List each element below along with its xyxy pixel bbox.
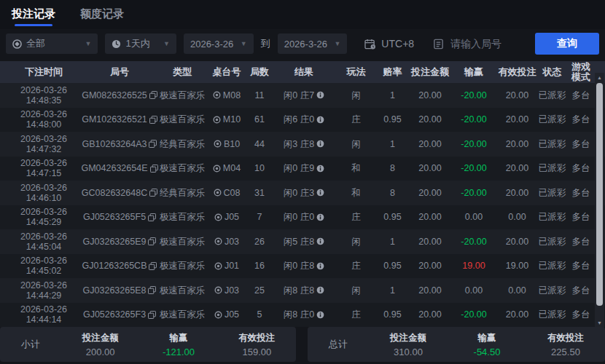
subtotal-valid-label: 有效投注 bbox=[218, 332, 296, 344]
cell-table-no: J05 bbox=[206, 309, 248, 320]
cell-odds: 0.95 bbox=[375, 114, 410, 124]
info-icon[interactable] bbox=[316, 262, 324, 270]
table-header-row: 下注时间 局号 类型 桌台号 局数 结果 玩法 赔率 投注金额 输赢 有效投注 … bbox=[0, 61, 605, 83]
cell-play: 闲 bbox=[337, 285, 375, 296]
subtotal-winloss-label: 输赢 bbox=[139, 332, 217, 344]
period-value: 1天内 bbox=[125, 37, 149, 50]
cell-status: 已派彩 bbox=[537, 212, 567, 222]
copy-icon[interactable] bbox=[148, 213, 156, 221]
cell-winloss: -20.00 bbox=[450, 139, 497, 149]
total-amount-value: 310.00 bbox=[369, 347, 448, 357]
record-icon[interactable] bbox=[214, 237, 222, 245]
scrollbar-thumb[interactable] bbox=[596, 83, 603, 306]
cell-bet-time: 2026-03-2614:46:10 bbox=[7, 183, 80, 203]
cell-amount: 20.00 bbox=[410, 188, 450, 198]
cell-valid-bet: 20.00 bbox=[497, 163, 537, 173]
table-row: 2026-03-2614:44:29GJ03263265E8极速百家乐J0325… bbox=[0, 278, 605, 303]
total-valid-value: 225.50 bbox=[526, 347, 605, 357]
table-row: 2026-03-2614:45:02GJ01263265CB极速百家乐J0116… bbox=[0, 254, 605, 279]
cell-status: 已派彩 bbox=[537, 309, 567, 320]
cell-valid-bet: 20.00 bbox=[497, 237, 537, 247]
date-from-select[interactable]: 2026-3-26 ▼ bbox=[184, 33, 254, 54]
cell-table-no: C08 bbox=[206, 188, 248, 198]
copy-icon[interactable] bbox=[148, 237, 156, 245]
cell-type: 极速百家乐 bbox=[159, 90, 206, 100]
cell-winloss: 0.00 bbox=[450, 212, 497, 222]
record-icon[interactable] bbox=[214, 140, 222, 148]
copy-icon[interactable] bbox=[148, 286, 156, 294]
cell-valid-bet: 20.00 bbox=[497, 139, 537, 149]
record-icon[interactable] bbox=[214, 189, 222, 197]
cell-status: 已派彩 bbox=[537, 163, 567, 173]
copy-icon[interactable] bbox=[148, 311, 156, 319]
cell-winloss: 19.00 bbox=[450, 261, 497, 271]
target-icon bbox=[12, 39, 22, 49]
copy-icon[interactable] bbox=[149, 91, 157, 99]
cell-status: 已派彩 bbox=[537, 90, 567, 100]
cell-amount: 20.00 bbox=[410, 114, 450, 124]
column-header-table-no: 桌台号 bbox=[206, 67, 248, 77]
cell-odds: 1 bbox=[375, 237, 410, 247]
cell-result: 闲6 庄0 bbox=[271, 114, 337, 124]
copy-icon[interactable] bbox=[149, 189, 157, 197]
record-icon[interactable] bbox=[213, 116, 221, 124]
info-icon[interactable] bbox=[316, 311, 324, 319]
record-icon[interactable] bbox=[214, 213, 222, 221]
cell-round-id: GJ05263265F5 bbox=[80, 212, 159, 222]
info-icon[interactable] bbox=[316, 213, 324, 221]
cell-games: 5 bbox=[248, 309, 271, 320]
cell-valid-bet: 20.00 bbox=[497, 309, 537, 320]
copy-icon[interactable] bbox=[149, 262, 157, 270]
category-select[interactable]: 全部 ▼ bbox=[6, 33, 98, 54]
date-range-to-label: 到 bbox=[261, 37, 270, 50]
cell-games: 25 bbox=[248, 285, 271, 296]
cell-winloss: -20.00 bbox=[450, 237, 497, 247]
date-to-select[interactable]: 2026-3-26 ▼ bbox=[278, 33, 348, 54]
copy-icon[interactable] bbox=[150, 165, 158, 173]
record-icon[interactable] bbox=[213, 91, 221, 99]
cell-amount: 20.00 bbox=[410, 139, 450, 149]
cell-play: 庄 bbox=[337, 261, 375, 271]
cell-game-mode: 多台 bbox=[567, 261, 595, 271]
record-icon[interactable] bbox=[213, 165, 221, 173]
info-icon[interactable] bbox=[316, 165, 324, 173]
table-scrollbar[interactable]: ▲ ▼ bbox=[595, 73, 604, 328]
tab-quota-records[interactable]: 额度记录 bbox=[79, 4, 125, 27]
record-icon[interactable] bbox=[214, 262, 222, 270]
period-select[interactable]: 1天内 ▼ bbox=[105, 33, 176, 54]
subtotal-winloss-value: -121.00 bbox=[139, 347, 217, 357]
cell-type: 极速百家乐 bbox=[159, 163, 206, 173]
search-button[interactable]: 查询 bbox=[535, 33, 599, 55]
timezone-display: UTC+8 bbox=[364, 38, 414, 50]
copy-icon[interactable] bbox=[149, 140, 157, 148]
info-icon[interactable] bbox=[316, 189, 324, 197]
cell-valid-bet: 20.00 bbox=[497, 114, 537, 124]
info-icon[interactable] bbox=[316, 116, 324, 124]
cell-game-mode: 多台 bbox=[567, 139, 595, 149]
round-number-input[interactable] bbox=[449, 37, 528, 50]
cell-table-no: M08 bbox=[206, 90, 248, 100]
column-header-bet-time: 下注时间 bbox=[7, 67, 80, 77]
total-winloss-group: 输赢 -54.50 bbox=[448, 332, 526, 357]
info-icon[interactable] bbox=[316, 91, 324, 99]
cell-winloss: -20.00 bbox=[450, 114, 497, 124]
copy-icon[interactable] bbox=[149, 116, 157, 124]
info-icon[interactable] bbox=[316, 237, 324, 245]
info-icon[interactable] bbox=[316, 286, 324, 294]
info-icon[interactable] bbox=[316, 140, 324, 148]
total-amount-label: 投注金额 bbox=[369, 332, 448, 344]
cell-table-no: B10 bbox=[206, 139, 248, 149]
cell-odds: 0.95 bbox=[375, 261, 410, 271]
cell-result: 闲0 庄0 bbox=[271, 212, 337, 222]
record-icon[interactable] bbox=[214, 311, 222, 319]
cell-amount: 20.00 bbox=[410, 261, 450, 271]
cell-round-id: GJ03263265E8 bbox=[80, 285, 159, 296]
record-icon[interactable] bbox=[214, 286, 222, 294]
chevron-down-icon: ▼ bbox=[334, 40, 340, 47]
cell-game-mode: 多台 bbox=[567, 163, 595, 173]
subtotal-amount-label: 投注金额 bbox=[61, 332, 139, 344]
cell-result: 闲0 庄9 bbox=[271, 163, 337, 173]
scrollbar-up-arrow[interactable]: ▲ bbox=[595, 73, 604, 82]
cell-round-id: GJ01263265CB bbox=[80, 261, 159, 271]
tab-betting-records[interactable]: 投注记录 bbox=[10, 4, 57, 27]
